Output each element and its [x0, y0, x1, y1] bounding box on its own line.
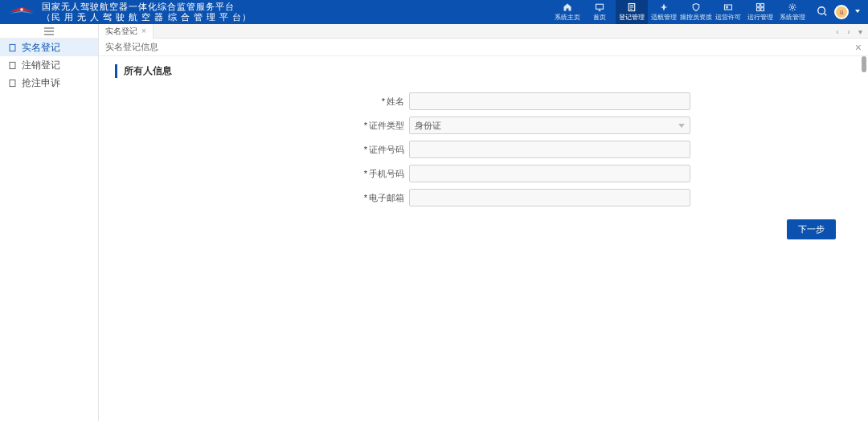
tab-label: 实名登记	[105, 26, 137, 37]
sidebar-item-label: 抢注申诉	[22, 76, 60, 90]
input-phone[interactable]	[409, 165, 690, 182]
svg-rect-6	[761, 4, 764, 7]
tab-next-icon[interactable]: ›	[844, 27, 854, 36]
logo-text: 国家无人驾驶航空器一体化综合监管服务平台 （民 用 无 人 驾 驶 航 空 器 …	[42, 2, 252, 22]
svg-rect-8	[761, 8, 764, 11]
header-right: a	[809, 5, 868, 19]
input-email[interactable]	[409, 189, 690, 206]
sidebar-item-label: 实名登记	[22, 41, 60, 55]
sidebar-item-cancel[interactable]: 注销登记	[0, 56, 98, 74]
doc-icon	[627, 2, 637, 12]
sidebar-item-appeal[interactable]: 抢注申诉	[0, 74, 98, 92]
logo-area: 国家无人驾驶航空器一体化综合监管服务平台 （民 用 无 人 驾 驶 航 空 器 …	[0, 2, 252, 22]
panel-body: 所有人信息 *姓名 *证件类型 身份证 *证件号码 *手机号码	[99, 56, 868, 421]
nav-operation[interactable]: 运行管理	[744, 0, 776, 24]
user-dropdown-arrow[interactable]	[855, 10, 860, 14]
panel-header: 实名登记信息 ×	[99, 39, 868, 56]
nav-label: 适航管理	[651, 13, 677, 22]
grid-icon	[755, 2, 765, 12]
select-value: 身份证	[415, 120, 441, 132]
header-bar: 国家无人驾驶航空器一体化综合监管服务平台 （民 用 无 人 驾 驶 航 空 器 …	[0, 0, 868, 24]
home-icon	[563, 2, 572, 12]
sidebar-item-realname[interactable]: 实名登记	[0, 39, 98, 56]
title-line2: （民 用 无 人 驾 驶 航 空 器 综 合 管 理 平 台）	[42, 12, 252, 22]
sidebar-item-label: 注销登记	[22, 59, 60, 72]
panel-close-icon[interactable]: ×	[855, 41, 862, 54]
form-row-idnum: *证件号码	[115, 141, 852, 158]
sidebar: 实名登记 注销登记 抢注申诉	[0, 24, 99, 421]
gear-icon	[788, 2, 797, 12]
label-email: *电子邮箱	[356, 192, 404, 204]
main-container: 实名登记 注销登记 抢注申诉 实名登记 × ‹ › ▾ 实名登记信息 ×	[0, 24, 868, 421]
label-phone: *手机号码	[356, 168, 404, 180]
next-button[interactable]: 下一步	[787, 219, 836, 239]
form-footer: 下一步	[115, 219, 852, 239]
label-name: *姓名	[356, 96, 404, 108]
sidebar-toggle[interactable]	[0, 24, 98, 39]
tab-prev-icon[interactable]: ‹	[833, 27, 842, 36]
doc-icon	[8, 79, 17, 88]
scrollbar-track	[862, 56, 866, 378]
tab-menu-icon[interactable]: ▾	[855, 27, 865, 36]
nav-system[interactable]: 系统管理	[776, 0, 809, 24]
nav-label: 登记管理	[619, 13, 645, 22]
nav-home[interactable]: 系统主页	[551, 0, 583, 24]
doc-icon	[8, 43, 17, 52]
form-row-email: *电子邮箱	[115, 189, 852, 206]
nav-label: 运营许可	[715, 13, 741, 22]
nav-airworthy[interactable]: 适航管理	[648, 0, 680, 24]
nav-label: 系统主页	[555, 13, 580, 22]
cert-icon	[723, 2, 733, 12]
nav-label: 首页	[593, 13, 606, 22]
svg-rect-12	[10, 62, 15, 68]
tab-realname[interactable]: 实名登记 ×	[99, 24, 154, 39]
nav-license[interactable]: 运营许可	[712, 0, 744, 24]
input-name[interactable]	[409, 92, 690, 110]
avatar[interactable]: a	[834, 5, 849, 19]
scrollbar-thumb[interactable]	[862, 56, 866, 72]
title-line1: 国家无人驾驶航空器一体化综合监管服务平台	[42, 2, 252, 12]
chevron-down-icon	[678, 124, 685, 128]
label-idtype: *证件类型	[356, 120, 404, 132]
input-idnum[interactable]	[409, 141, 690, 158]
svg-rect-5	[757, 4, 760, 7]
select-idtype[interactable]: 身份证	[409, 116, 690, 134]
monitor-icon	[595, 2, 604, 12]
nav-operator[interactable]: 操控员资质	[680, 0, 712, 24]
nav-index[interactable]: 首页	[583, 0, 616, 24]
shield-icon	[691, 2, 701, 12]
nav-label: 操控员资质	[680, 13, 712, 22]
label-idnum: *证件号码	[356, 144, 404, 156]
form-row-name: *姓名	[115, 92, 852, 110]
svg-point-0	[20, 8, 23, 11]
tab-nav: ‹ › ▾	[829, 24, 868, 39]
nav-menu: 系统主页 首页 登记管理 适航管理 操控员资质 运营许可 运行管理 系统管理	[551, 0, 809, 24]
doc-icon	[8, 61, 17, 70]
svg-rect-11	[10, 44, 15, 51]
content-area: 实名登记 × ‹ › ▾ 实名登记信息 × 所有人信息 *姓名 *证件类型	[99, 24, 868, 421]
search-icon[interactable]	[817, 6, 828, 19]
form-row-idtype: *证件类型 身份证	[115, 116, 852, 134]
menu-icon	[44, 27, 54, 35]
svg-point-9	[792, 6, 794, 9]
svg-rect-1	[596, 4, 604, 9]
section-title: 所有人信息	[115, 64, 852, 78]
nav-label: 系统管理	[780, 13, 805, 22]
svg-rect-7	[757, 8, 760, 11]
svg-point-10	[818, 6, 825, 14]
nav-label: 运行管理	[747, 13, 773, 22]
tab-bar: 实名登记 × ‹ › ▾	[99, 24, 868, 39]
panel-title: 实名登记信息	[105, 41, 158, 53]
svg-rect-13	[10, 80, 15, 86]
logo-icon	[6, 4, 37, 20]
plane-icon	[659, 2, 669, 12]
svg-point-4	[726, 6, 727, 8]
tab-close-icon[interactable]: ×	[141, 27, 146, 35]
form-row-phone: *手机号码	[115, 165, 852, 182]
nav-register[interactable]: 登记管理	[616, 0, 648, 24]
